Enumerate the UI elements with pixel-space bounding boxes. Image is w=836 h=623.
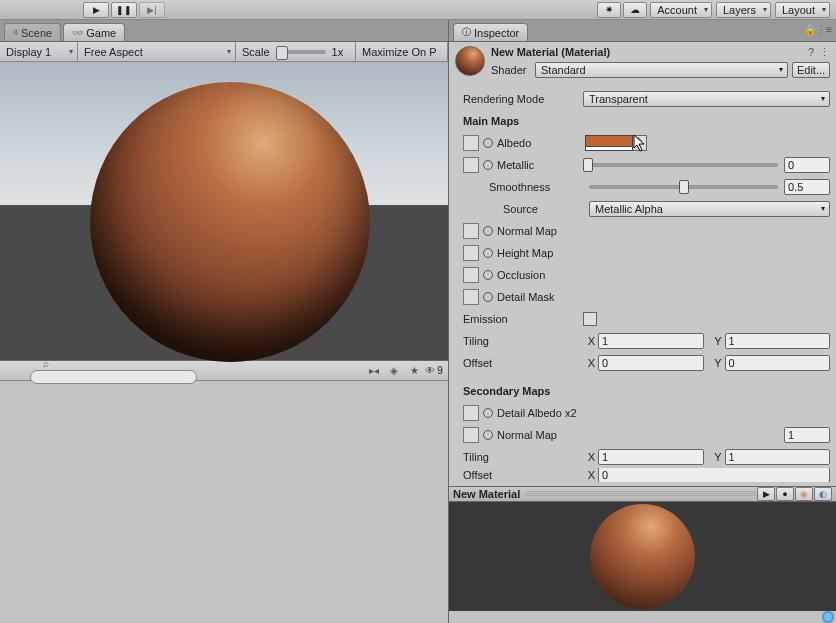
main-maps-heading: Main Maps	[463, 115, 583, 127]
cloud-icon[interactable]: ☁	[623, 2, 647, 18]
search-field[interactable]: ⌕	[30, 358, 197, 384]
albedo-picker-icon[interactable]	[482, 137, 494, 149]
layers-dropdown[interactable]: Layers	[716, 2, 771, 18]
occlusion-texture-slot[interactable]	[463, 267, 479, 283]
tab-inspector[interactable]: ⓘInspector	[453, 23, 528, 41]
edit-shader-button[interactable]: Edit...	[792, 62, 830, 78]
albedo-label: Albedo	[497, 137, 585, 149]
shader-label: Shader	[491, 64, 535, 76]
source-label: Source	[463, 203, 589, 215]
step-button[interactable]: ▶|	[139, 2, 165, 18]
occlusion-picker-icon[interactable]	[482, 269, 494, 281]
rendering-mode-dropdown[interactable]: Transparent	[583, 91, 830, 107]
sec-normalmap-texture-slot[interactable]	[463, 427, 479, 443]
account-dropdown[interactable]: Account	[650, 2, 712, 18]
layout-dropdown[interactable]: Layout	[775, 2, 830, 18]
albedo-color-swatch[interactable]	[585, 135, 633, 151]
top-toolbar: ▶ ❚❚ ▶| ✷ ☁ Account Layers Layout	[0, 0, 836, 20]
occlusion-label: Occlusion	[497, 269, 585, 281]
preview-name-label: New Material	[453, 488, 520, 500]
filter-icon[interactable]: ▸◂	[365, 364, 383, 378]
preview-sphere	[90, 82, 370, 362]
metallic-label: Metallic	[497, 159, 585, 171]
label-icon[interactable]: ◈	[385, 364, 403, 378]
metallic-texture-slot[interactable]	[463, 157, 479, 173]
aspect-dropdown[interactable]: Free Aspect	[78, 42, 236, 61]
detail-albedo-texture-slot[interactable]	[463, 405, 479, 421]
game-icon: 👓	[72, 28, 83, 38]
play-button[interactable]: ▶	[83, 2, 109, 18]
pause-button[interactable]: ❚❚	[111, 2, 137, 18]
lock-icon[interactable]: 🔒	[804, 24, 816, 35]
detailmask-texture-slot[interactable]	[463, 289, 479, 305]
material-preview-viewport[interactable]	[449, 502, 836, 611]
preview-light-button[interactable]: ◉	[795, 487, 813, 501]
tiling-x-field[interactable]: 1	[598, 333, 704, 349]
preview-play-button[interactable]: ▶	[757, 487, 775, 501]
emission-checkbox[interactable]	[583, 312, 597, 326]
sec-normalmap-value-field[interactable]: 1	[784, 427, 830, 443]
component-menu-icon[interactable]: ⋮	[819, 46, 830, 59]
sec-tiling-label: Tiling	[463, 451, 583, 463]
preview-sky-button[interactable]: ◐	[814, 487, 832, 501]
secondary-maps-heading: Secondary Maps	[463, 385, 583, 397]
sec-tiling-y-field[interactable]: 1	[725, 449, 831, 465]
scale-control[interactable]: Scale 1x	[236, 42, 356, 61]
shader-dropdown[interactable]: Standard	[535, 62, 788, 78]
offset-x-field[interactable]: 0	[598, 355, 704, 371]
normalmap-texture-slot[interactable]	[463, 223, 479, 239]
heightmap-label: Height Map	[497, 247, 585, 259]
offset-label: Offset	[463, 357, 583, 369]
detailmask-picker-icon[interactable]	[482, 291, 494, 303]
game-control-bar: Display 1 Free Aspect Scale 1x Maximize …	[0, 42, 448, 62]
metallic-picker-icon[interactable]	[482, 159, 494, 171]
heightmap-texture-slot[interactable]	[463, 245, 479, 261]
scale-slider[interactable]	[276, 50, 326, 54]
left-tab-bar: ⌗Scene 👓Game	[0, 20, 448, 42]
maximize-toggle[interactable]: Maximize On P	[356, 42, 448, 61]
tiling-label: Tiling	[463, 335, 583, 347]
sec-offset-x-field[interactable]: 0	[598, 468, 830, 482]
project-panel: ⌕ ▸◂ ◈ ★ 👁9	[0, 360, 448, 623]
corner-badge-icon	[822, 611, 834, 623]
help-icon[interactable]: ?	[808, 46, 814, 58]
smoothness-slider[interactable]	[589, 185, 778, 189]
material-header: New Material (Material) Shader Standard …	[449, 42, 836, 80]
heightmap-picker-icon[interactable]	[482, 247, 494, 259]
inspector-icon: ⓘ	[462, 26, 471, 39]
normalmap-picker-icon[interactable]	[482, 225, 494, 237]
source-dropdown[interactable]: Metallic Alpha	[589, 201, 830, 217]
tab-scene[interactable]: ⌗Scene	[4, 23, 61, 41]
tiling-y-field[interactable]: 1	[725, 333, 831, 349]
material-properties: Rendering Mode Transparent Main Maps Alb…	[449, 80, 836, 486]
sec-offset-label: Offset	[463, 469, 583, 481]
normalmap-label: Normal Map	[497, 225, 585, 237]
collab-icon[interactable]: ✷	[597, 2, 621, 18]
scene-icon: ⌗	[13, 27, 18, 38]
metallic-value-field[interactable]: 0	[784, 157, 830, 173]
detail-albedo-picker-icon[interactable]	[482, 407, 494, 419]
sec-normalmap-label: Normal Map	[497, 429, 585, 441]
smoothness-value-field[interactable]: 0.5	[784, 179, 830, 195]
preview-sphere-small	[590, 504, 695, 609]
search-input[interactable]	[30, 370, 197, 384]
smoothness-label: Smoothness	[463, 181, 589, 193]
display-dropdown[interactable]: Display 1	[0, 42, 78, 61]
metallic-slider[interactable]	[585, 163, 778, 167]
tab-game[interactable]: 👓Game	[63, 23, 125, 41]
detail-albedo-label: Detail Albedo x2	[497, 407, 597, 419]
game-viewport	[0, 62, 448, 360]
albedo-texture-slot[interactable]	[463, 135, 479, 151]
visibility-icon[interactable]: 👁9	[425, 364, 443, 378]
preview-drag-handle[interactable]	[526, 491, 756, 497]
sec-normalmap-picker-icon[interactable]	[482, 429, 494, 441]
star-icon[interactable]: ★	[405, 364, 423, 378]
material-preview-icon	[455, 46, 485, 76]
offset-y-field[interactable]: 0	[725, 355, 831, 371]
tab-menu-icon[interactable]: ⋮≡	[816, 24, 832, 35]
material-preview-header[interactable]: New Material ▶ ● ◉ ◐	[449, 486, 836, 502]
rendering-mode-label: Rendering Mode	[463, 93, 583, 105]
inspector-tab-bar: ⓘInspector 🔒 ⋮≡	[449, 20, 836, 42]
preview-shape-button[interactable]: ●	[776, 487, 794, 501]
sec-tiling-x-field[interactable]: 1	[598, 449, 704, 465]
